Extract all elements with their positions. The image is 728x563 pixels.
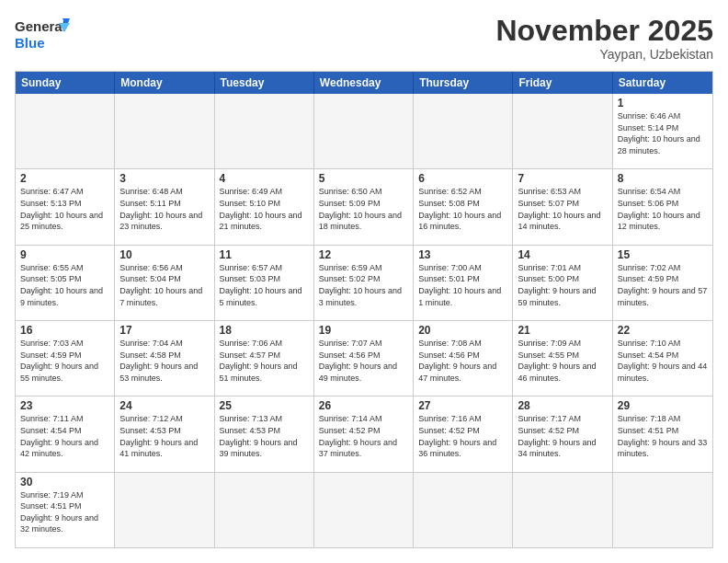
day-number: 3 bbox=[119, 172, 209, 185]
day-cell-6: 6Sunrise: 6:52 AM Sunset: 5:08 PM Daylig… bbox=[414, 169, 513, 244]
day-number: 4 bbox=[220, 172, 309, 185]
day-cell-18: 18Sunrise: 7:06 AM Sunset: 4:57 PM Dayli… bbox=[215, 321, 314, 396]
day-info: Sunrise: 7:07 AM Sunset: 4:56 PM Dayligh… bbox=[319, 338, 408, 384]
day-header-monday: Monday bbox=[115, 72, 214, 94]
week-row-2: 2Sunrise: 6:47 AM Sunset: 5:13 PM Daylig… bbox=[16, 169, 712, 245]
day-number: 7 bbox=[518, 172, 607, 185]
day-number: 11 bbox=[220, 248, 309, 261]
calendar: SundayMondayTuesdayWednesdayThursdayFrid… bbox=[15, 71, 713, 548]
day-headers: SundayMondayTuesdayWednesdayThursdayFrid… bbox=[16, 72, 712, 94]
day-info: Sunrise: 6:55 AM Sunset: 5:05 PM Dayligh… bbox=[20, 262, 109, 308]
day-number: 26 bbox=[319, 399, 408, 412]
day-info: Sunrise: 7:16 AM Sunset: 4:52 PM Dayligh… bbox=[418, 413, 507, 459]
month-title: November 2025 bbox=[495, 15, 713, 47]
day-number: 25 bbox=[220, 399, 309, 412]
day-number: 14 bbox=[518, 248, 607, 261]
day-header-wednesday: Wednesday bbox=[314, 72, 414, 94]
day-cell-25: 25Sunrise: 7:13 AM Sunset: 4:53 PM Dayli… bbox=[215, 396, 314, 471]
page: General Blue November 2025 Yaypan, Uzbek… bbox=[0, 0, 728, 563]
day-cell-7: 7Sunrise: 6:53 AM Sunset: 5:07 PM Daylig… bbox=[513, 169, 612, 244]
day-info: Sunrise: 6:56 AM Sunset: 5:04 PM Dayligh… bbox=[119, 262, 209, 308]
week-row-1: 1Sunrise: 6:46 AM Sunset: 5:14 PM Daylig… bbox=[16, 94, 712, 169]
day-cell-3: 3Sunrise: 6:48 AM Sunset: 5:11 PM Daylig… bbox=[115, 169, 214, 244]
day-cell-29: 29Sunrise: 7:18 AM Sunset: 4:51 PM Dayli… bbox=[613, 396, 712, 471]
day-cell-empty bbox=[314, 473, 414, 547]
day-number: 1 bbox=[618, 97, 708, 109]
day-info: Sunrise: 6:49 AM Sunset: 5:10 PM Dayligh… bbox=[220, 186, 309, 232]
day-cell-8: 8Sunrise: 6:54 AM Sunset: 5:06 PM Daylig… bbox=[613, 169, 712, 244]
day-info: Sunrise: 6:52 AM Sunset: 5:08 PM Dayligh… bbox=[418, 186, 507, 232]
day-header-thursday: Thursday bbox=[414, 72, 513, 94]
day-number: 13 bbox=[418, 248, 507, 261]
day-cell-empty bbox=[115, 94, 214, 168]
day-cell-17: 17Sunrise: 7:04 AM Sunset: 4:58 PM Dayli… bbox=[115, 321, 214, 396]
day-cell-22: 22Sunrise: 7:10 AM Sunset: 4:54 PM Dayli… bbox=[613, 321, 712, 396]
day-info: Sunrise: 7:09 AM Sunset: 4:55 PM Dayligh… bbox=[518, 338, 607, 384]
day-info: Sunrise: 7:08 AM Sunset: 4:56 PM Dayligh… bbox=[418, 338, 507, 384]
day-cell-empty bbox=[414, 473, 513, 547]
day-cell-14: 14Sunrise: 7:01 AM Sunset: 5:00 PM Dayli… bbox=[513, 246, 612, 320]
day-cell-20: 20Sunrise: 7:08 AM Sunset: 4:56 PM Dayli… bbox=[414, 321, 513, 396]
day-cell-27: 27Sunrise: 7:16 AM Sunset: 4:52 PM Dayli… bbox=[414, 396, 513, 471]
logo-svg: General Blue bbox=[15, 15, 70, 56]
day-number: 5 bbox=[319, 172, 408, 185]
day-cell-1: 1Sunrise: 6:46 AM Sunset: 5:14 PM Daylig… bbox=[613, 94, 712, 168]
day-info: Sunrise: 7:01 AM Sunset: 5:00 PM Dayligh… bbox=[518, 262, 607, 308]
day-number: 21 bbox=[518, 324, 607, 337]
day-number: 15 bbox=[618, 248, 708, 261]
day-cell-16: 16Sunrise: 7:03 AM Sunset: 4:59 PM Dayli… bbox=[16, 321, 115, 396]
logo: General Blue bbox=[15, 15, 70, 56]
day-cell-13: 13Sunrise: 7:00 AM Sunset: 5:01 PM Dayli… bbox=[414, 246, 513, 320]
day-info: Sunrise: 7:06 AM Sunset: 4:57 PM Dayligh… bbox=[220, 338, 309, 384]
day-cell-empty bbox=[314, 94, 414, 168]
day-cell-12: 12Sunrise: 6:59 AM Sunset: 5:02 PM Dayli… bbox=[314, 246, 414, 320]
day-info: Sunrise: 7:10 AM Sunset: 4:54 PM Dayligh… bbox=[618, 338, 708, 384]
day-number: 19 bbox=[319, 324, 408, 337]
week-row-6: 30Sunrise: 7:19 AM Sunset: 4:51 PM Dayli… bbox=[16, 473, 712, 547]
day-info: Sunrise: 6:47 AM Sunset: 5:13 PM Dayligh… bbox=[20, 186, 109, 232]
day-number: 9 bbox=[20, 248, 109, 261]
calendar-body: 1Sunrise: 6:46 AM Sunset: 5:14 PM Daylig… bbox=[16, 94, 712, 547]
day-cell-empty bbox=[215, 94, 314, 168]
day-info: Sunrise: 6:59 AM Sunset: 5:02 PM Dayligh… bbox=[319, 262, 408, 308]
day-number: 22 bbox=[618, 324, 708, 337]
day-cell-empty bbox=[115, 473, 214, 547]
day-header-saturday: Saturday bbox=[613, 72, 712, 94]
day-cell-21: 21Sunrise: 7:09 AM Sunset: 4:55 PM Dayli… bbox=[513, 321, 612, 396]
day-number: 28 bbox=[518, 399, 607, 412]
day-cell-11: 11Sunrise: 6:57 AM Sunset: 5:03 PM Dayli… bbox=[215, 246, 314, 320]
day-info: Sunrise: 7:14 AM Sunset: 4:52 PM Dayligh… bbox=[319, 413, 408, 459]
day-number: 2 bbox=[20, 172, 109, 185]
day-info: Sunrise: 7:11 AM Sunset: 4:54 PM Dayligh… bbox=[20, 413, 109, 459]
day-cell-empty bbox=[513, 473, 612, 547]
day-number: 10 bbox=[119, 248, 209, 261]
day-number: 24 bbox=[119, 399, 209, 412]
day-cell-4: 4Sunrise: 6:49 AM Sunset: 5:10 PM Daylig… bbox=[215, 169, 314, 244]
day-cell-23: 23Sunrise: 7:11 AM Sunset: 4:54 PM Dayli… bbox=[16, 396, 115, 471]
day-number: 27 bbox=[418, 399, 507, 412]
day-number: 17 bbox=[119, 324, 209, 337]
day-cell-26: 26Sunrise: 7:14 AM Sunset: 4:52 PM Dayli… bbox=[314, 396, 414, 471]
day-info: Sunrise: 6:48 AM Sunset: 5:11 PM Dayligh… bbox=[119, 186, 209, 232]
day-cell-28: 28Sunrise: 7:17 AM Sunset: 4:52 PM Dayli… bbox=[513, 396, 612, 471]
day-number: 8 bbox=[618, 172, 708, 185]
day-cell-empty bbox=[16, 94, 115, 168]
day-info: Sunrise: 6:57 AM Sunset: 5:03 PM Dayligh… bbox=[220, 262, 309, 308]
svg-text:General: General bbox=[15, 18, 66, 34]
day-info: Sunrise: 7:17 AM Sunset: 4:52 PM Dayligh… bbox=[518, 413, 607, 459]
day-info: Sunrise: 7:19 AM Sunset: 4:51 PM Dayligh… bbox=[20, 489, 109, 535]
day-info: Sunrise: 6:50 AM Sunset: 5:09 PM Dayligh… bbox=[319, 186, 408, 232]
day-info: Sunrise: 7:03 AM Sunset: 4:59 PM Dayligh… bbox=[20, 338, 109, 384]
title-area: November 2025 Yaypan, Uzbekistan bbox=[495, 15, 713, 62]
day-info: Sunrise: 7:04 AM Sunset: 4:58 PM Dayligh… bbox=[119, 338, 209, 384]
day-number: 12 bbox=[319, 248, 408, 261]
day-cell-empty bbox=[613, 473, 712, 547]
day-info: Sunrise: 6:54 AM Sunset: 5:06 PM Dayligh… bbox=[618, 186, 708, 232]
day-number: 18 bbox=[220, 324, 309, 337]
day-number: 6 bbox=[418, 172, 507, 185]
day-cell-10: 10Sunrise: 6:56 AM Sunset: 5:04 PM Dayli… bbox=[115, 246, 214, 320]
day-cell-24: 24Sunrise: 7:12 AM Sunset: 4:53 PM Dayli… bbox=[115, 396, 214, 471]
week-row-3: 9Sunrise: 6:55 AM Sunset: 5:05 PM Daylig… bbox=[16, 246, 712, 321]
day-cell-9: 9Sunrise: 6:55 AM Sunset: 5:05 PM Daylig… bbox=[16, 246, 115, 320]
day-number: 30 bbox=[20, 476, 109, 488]
